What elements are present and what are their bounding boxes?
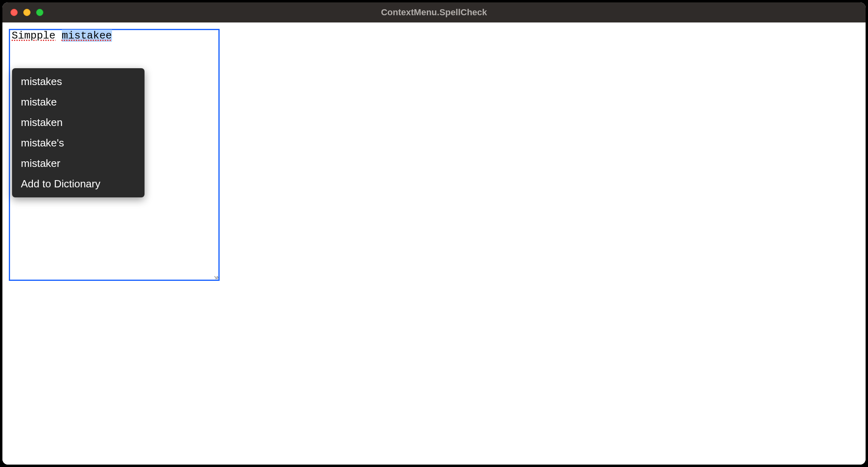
minimize-button[interactable] [23, 9, 31, 16]
zoom-button[interactable] [36, 9, 43, 16]
window-title: ContextMenu.SpellCheck [381, 7, 487, 18]
spellcheck-context-menu: mistakes mistake mistaken mistake's mist… [12, 68, 145, 197]
window-controls [2, 9, 43, 16]
suggestion-item[interactable]: mistake [12, 92, 145, 112]
suggestion-item[interactable]: mistaken [12, 112, 145, 133]
suggestion-item[interactable]: mistaker [12, 153, 145, 174]
suggestion-item[interactable]: mistakes [12, 71, 145, 92]
window-content: Simpple mistakee mistakes mistake mistak… [2, 22, 866, 465]
app-window: ContextMenu.SpellCheck Simpple mistakee … [2, 2, 866, 465]
add-to-dictionary-item[interactable]: Add to Dictionary [12, 174, 145, 194]
suggestion-item[interactable]: mistake's [12, 133, 145, 153]
close-button[interactable] [10, 9, 18, 16]
window-titlebar[interactable]: ContextMenu.SpellCheck [2, 2, 866, 22]
